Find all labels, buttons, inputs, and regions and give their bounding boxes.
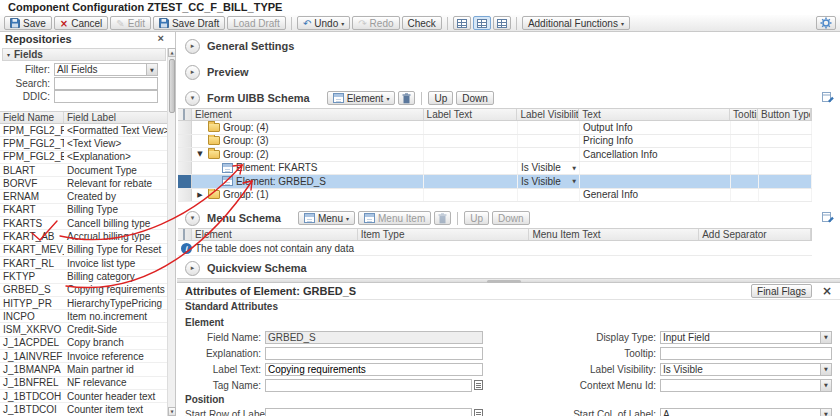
panel-scrollbar[interactable]: ▲ ▼ — [167, 48, 175, 416]
tab-standard-attributes[interactable]: Standard Attributes — [185, 301, 278, 312]
personalize-button[interactable] — [822, 91, 835, 106]
personalize-icon — [822, 91, 835, 104]
additional-functions-button[interactable]: Additional Functions ▾ — [522, 16, 630, 30]
start-col-select[interactable]: A▼ — [660, 408, 832, 416]
final-flags-button[interactable]: Final Flags — [751, 284, 812, 298]
add-menu-button[interactable]: Menu ▾ — [298, 211, 355, 225]
list-item[interactable]: ERNAMCreated by — [0, 190, 168, 203]
list-item[interactable]: J_1BTDCOHCounter header text — [0, 390, 168, 403]
uibb-row-group3[interactable]: Group: (3) Pricing Info — [178, 135, 812, 149]
delete-element-button[interactable] — [398, 91, 415, 105]
display-type-select[interactable]: Input Field▼ — [660, 331, 832, 344]
uibb-toolbar: Element ▾ Up Down — [327, 91, 494, 105]
layout-view-button[interactable] — [453, 16, 471, 30]
list-item[interactable]: J_1ACPDELCopy branch — [0, 337, 168, 350]
list-item[interactable]: FPM_FGL2_EXPLA...<Explanation> — [0, 151, 168, 164]
list-item[interactable]: BLARTDocument Type — [0, 164, 168, 177]
list-item[interactable]: GRBED_SCopying requirements — [0, 284, 168, 297]
tree-expanded-icon[interactable]: ▼ — [195, 150, 205, 158]
uibb-row-grbed-s[interactable]: Element: GRBED_S Is Visible▼ — [178, 175, 812, 189]
move-up-button[interactable]: Up — [428, 91, 453, 105]
collapse-icon[interactable]: ▸ — [185, 261, 200, 276]
check-button[interactable]: Check — [402, 16, 442, 30]
start-row-input[interactable] — [265, 408, 472, 416]
label-visibility-select[interactable]: Is Visible▼ — [660, 363, 832, 376]
row-selector[interactable] — [178, 148, 192, 161]
scroll-up-icon[interactable]: ▲ — [168, 48, 176, 57]
expand-icon[interactable]: ▾ — [185, 211, 200, 226]
redo-button[interactable]: ↷ Redo — [352, 16, 399, 30]
ddic-input[interactable] — [54, 90, 158, 103]
split-view-button[interactable] — [493, 16, 511, 30]
row-selector[interactable] — [178, 189, 192, 202]
select-all-cell[interactable] — [178, 109, 192, 120]
row-selector[interactable] — [178, 121, 192, 134]
fields-group-header[interactable]: ▾ Fields — [2, 48, 166, 61]
load-draft-button[interactable]: Load Draft — [227, 16, 286, 30]
list-item[interactable]: J_1BTDCOICounter item text — [0, 403, 168, 416]
close-icon[interactable]: × — [158, 32, 164, 44]
field-name-label: Field Name: — [185, 332, 265, 343]
list-item[interactable]: HITYP_PRHierarchyTypePricing — [0, 297, 168, 310]
list-item[interactable]: J_1AINVREFInvoice reference — [0, 350, 168, 363]
table-view-button[interactable] — [473, 16, 491, 30]
repositories-title: Repositories — [5, 33, 72, 45]
menu-down-button[interactable]: Down — [492, 211, 530, 225]
undo-button[interactable]: ↶ Undo ▾ — [297, 16, 350, 30]
row-selector[interactable] — [178, 135, 192, 148]
tooltip-input[interactable] — [660, 347, 832, 360]
context-menu-select[interactable]: ▼ — [660, 379, 832, 392]
label-text-input[interactable] — [265, 363, 483, 376]
delete-menu-button[interactable] — [434, 211, 451, 225]
value-help-icon[interactable] — [474, 409, 483, 416]
list-item[interactable]: J_1BMANPAMain partner id — [0, 363, 168, 376]
scrollbar-thumb[interactable] — [169, 59, 175, 113]
list-item[interactable]: ISM_XKRVOCredit-Side — [0, 323, 168, 336]
select-all-cell[interactable] — [178, 229, 192, 240]
collapse-icon[interactable]: ▸ — [185, 65, 200, 80]
add-menu-item-button[interactable]: Menu Item — [358, 211, 431, 225]
search-input[interactable] — [54, 77, 158, 90]
label-visibility-select[interactable]: Is Visible▼ — [521, 176, 576, 187]
tag-name-input[interactable] — [265, 379, 472, 392]
uibb-row-group1[interactable]: ▶Group: (1) General Info — [178, 189, 812, 203]
uibb-row-fkarts[interactable]: Element: FKARTS Is Visible▼ — [178, 162, 812, 176]
filter-select[interactable]: All Fields ▼ — [54, 63, 158, 76]
list-item[interactable]: FPM_FGL2_TEXT_V...<Text View> — [0, 137, 168, 150]
field-name-input[interactable] — [265, 331, 483, 344]
label-visibility-select[interactable]: Is Visible▼ — [521, 162, 576, 173]
uibb-row-group2[interactable]: ▼Group: (2) Cancellation Info — [178, 148, 812, 162]
expand-icon[interactable]: ▾ — [185, 91, 200, 106]
expand-icon: ▾ — [7, 51, 10, 58]
personalize-button[interactable] — [822, 211, 835, 226]
menu-toolbar: Menu ▾ Menu Item Up Down — [298, 211, 530, 225]
uibb-row-group4[interactable]: Group: (4) Output Info — [178, 121, 812, 135]
row-selector[interactable] — [178, 175, 192, 188]
list-item[interactable]: J_1BNFRELNF relevance — [0, 377, 168, 390]
list-item[interactable]: BORVFRelevant for rebate — [0, 177, 168, 190]
save-button[interactable]: Save — [4, 16, 52, 30]
add-element-button[interactable]: Element ▾ — [327, 91, 396, 105]
collapse-icon[interactable]: ▸ — [185, 39, 200, 54]
tree-collapsed-icon[interactable]: ▶ — [195, 191, 205, 199]
list-item[interactable]: FKART_RLInvoice list type — [0, 257, 168, 270]
context-menu-label: Context Menu Id: — [488, 380, 660, 391]
save-draft-button[interactable]: Save Draft — [153, 16, 225, 30]
list-item[interactable]: FKARTSCancell billing type — [0, 217, 168, 230]
explanation-input[interactable] — [265, 347, 483, 360]
list-item[interactable]: FPM_FGL2_FORM...<Formatted Text View> — [0, 124, 168, 137]
list-item[interactable]: FKTYPBilling category — [0, 270, 168, 283]
value-help-icon[interactable] — [474, 380, 483, 390]
cancel-button[interactable]: × Cancel — [54, 16, 109, 30]
list-item[interactable]: FKART_MEV_RESETBilling Type for Reset — [0, 244, 168, 257]
list-item[interactable]: INCPOItem no.increment — [0, 310, 168, 323]
move-down-button[interactable]: Down — [456, 91, 494, 105]
settings-button[interactable] — [816, 16, 836, 30]
list-item[interactable]: FKART_ABAccrual billing type — [0, 230, 168, 243]
edit-button[interactable]: ✎ Edit — [110, 16, 151, 30]
row-selector[interactable] — [178, 162, 192, 175]
menu-up-button[interactable]: Up — [464, 211, 489, 225]
scroll-down-icon[interactable]: ▼ — [168, 407, 176, 416]
close-icon[interactable]: × — [822, 284, 832, 298]
list-item[interactable]: FKARTBilling Type — [0, 204, 168, 217]
